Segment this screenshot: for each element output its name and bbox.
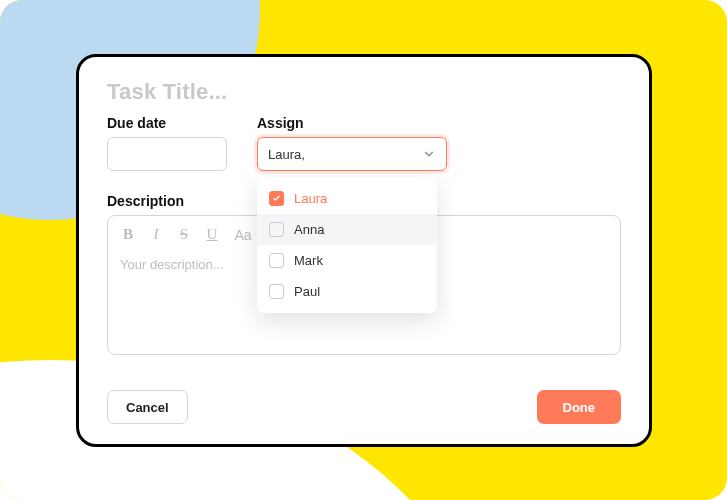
- cancel-button[interactable]: Cancel: [107, 390, 188, 424]
- assign-option-paul[interactable]: Paul: [257, 276, 437, 307]
- task-title-input[interactable]: Task Title...: [107, 79, 621, 105]
- italic-button[interactable]: I: [148, 226, 164, 243]
- assign-value: Laura,: [268, 147, 305, 162]
- checkbox-unchecked-icon: [269, 284, 284, 299]
- assign-option-laura[interactable]: Laura: [257, 183, 437, 214]
- due-date-label: Due date: [107, 115, 227, 131]
- underline-button[interactable]: U: [204, 226, 220, 243]
- fields-row: Due date Assign Laura, Laura: [107, 115, 621, 171]
- assign-label: Assign: [257, 115, 447, 131]
- assign-option-mark[interactable]: Mark: [257, 245, 437, 276]
- chevron-down-icon: [422, 147, 436, 161]
- font-button[interactable]: Aa: [232, 227, 254, 243]
- assign-option-label: Laura: [294, 191, 327, 206]
- stage: Task Title... Due date Assign Laura,: [0, 0, 727, 500]
- checkbox-unchecked-icon: [269, 253, 284, 268]
- assign-dropdown: Laura Anna Mark Paul: [257, 177, 437, 313]
- assign-select[interactable]: Laura,: [257, 137, 447, 171]
- modal-footer: Cancel Done: [107, 390, 621, 424]
- done-button[interactable]: Done: [537, 390, 622, 424]
- assign-option-anna[interactable]: Anna: [257, 214, 437, 245]
- due-date-input[interactable]: [107, 137, 227, 171]
- assign-field: Assign Laura, Laura: [257, 115, 447, 171]
- assign-option-label: Paul: [294, 284, 320, 299]
- checkbox-checked-icon: [269, 191, 284, 206]
- task-modal: Task Title... Due date Assign Laura,: [76, 54, 652, 447]
- assign-option-label: Anna: [294, 222, 324, 237]
- strike-button[interactable]: S: [176, 226, 192, 243]
- assign-option-label: Mark: [294, 253, 323, 268]
- bold-button[interactable]: B: [120, 226, 136, 243]
- checkbox-unchecked-icon: [269, 222, 284, 237]
- due-date-field: Due date: [107, 115, 227, 171]
